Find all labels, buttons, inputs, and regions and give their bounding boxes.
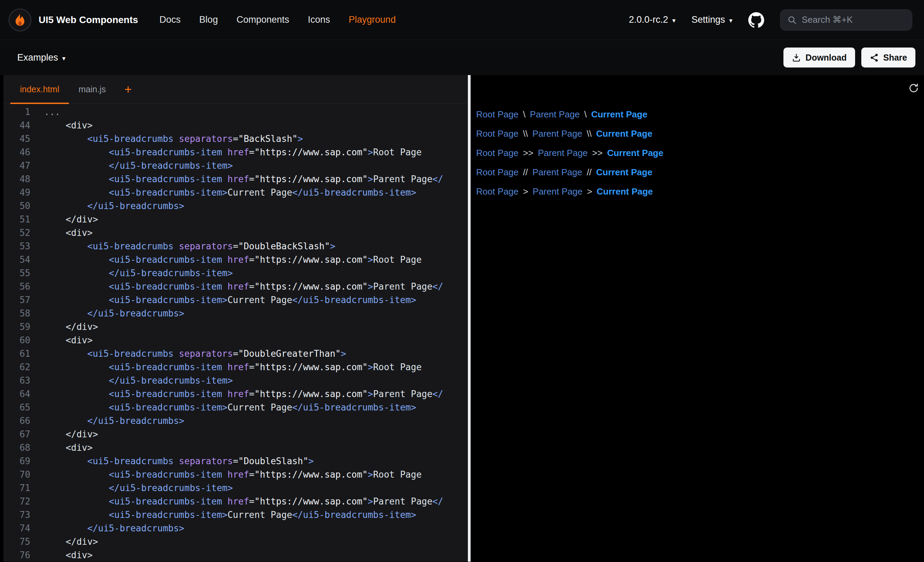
code-text: <div> (44, 226, 93, 240)
nav-item-playground[interactable]: Playground (349, 15, 396, 25)
code-text: </div> (44, 428, 98, 441)
breadcrumb-separator: // (523, 167, 528, 177)
code-text: <ui5-breadcrumbs separators="DoubleSlash… (44, 454, 314, 468)
code-line: 59 </div> (3, 320, 468, 334)
line-number: 55 (3, 267, 30, 280)
line-number: 75 (3, 535, 30, 549)
tab-index.html[interactable]: index.html (10, 75, 69, 103)
code-line: 76 <div> (3, 549, 468, 562)
code-line: 61 <ui5-breadcrumbs separators="DoubleGr… (3, 347, 468, 361)
code-text: <div> (44, 549, 93, 562)
code-line: 45 <ui5-breadcrumbs separators="BackSlas… (3, 132, 468, 146)
breadcrumb-link[interactable]: Root Page (476, 186, 519, 196)
breadcrumb-link[interactable]: Parent Page (532, 167, 582, 177)
code-text: </div> (44, 535, 98, 549)
code-line: 55 </ui5-breadcrumbs-item> (3, 267, 468, 280)
line-number: 61 (3, 347, 30, 361)
breadcrumb-link[interactable]: Parent Page (538, 148, 588, 158)
breadcrumb-separator: \\ (523, 129, 528, 139)
code-line: 46 <ui5-breadcrumbs-item href="https://w… (3, 146, 468, 159)
breadcrumb-row: Root Page\\Parent Page\\Current Page (476, 124, 924, 143)
download-label: Download (806, 53, 846, 63)
code-text: <ui5-breadcrumbs separators="BackSlash"> (44, 132, 303, 146)
code-line: 44 <div> (3, 119, 468, 132)
line-number: 66 (3, 414, 30, 428)
code-text: <ui5-breadcrumbs-item href="https://www.… (44, 172, 443, 186)
nav-item-docs[interactable]: Docs (159, 15, 181, 25)
breadcrumb-row: Root Page>Parent Page>Current Page (476, 182, 924, 201)
code-text: ... (44, 105, 60, 119)
code-text: <ui5-breadcrumbs-item href="https://www.… (44, 361, 422, 374)
breadcrumb-current: Current Page (591, 109, 647, 120)
code-text: <ui5-breadcrumbs-item>Current Page</ui5-… (44, 401, 416, 414)
github-icon[interactable] (748, 12, 764, 28)
line-number: 46 (3, 146, 30, 159)
top-navbar: UI5 Web Components DocsBlogComponentsIco… (0, 0, 924, 40)
line-number: 48 (3, 172, 30, 186)
code-line: 53 <ui5-breadcrumbs separators="DoubleBa… (3, 240, 468, 253)
tab-main.js[interactable]: main.js (69, 75, 116, 103)
breadcrumb-row: Root Page//Parent Page//Current Page (476, 163, 924, 182)
breadcrumb-link[interactable]: Parent Page (530, 109, 580, 120)
search-input[interactable]: Search ⌘+K (780, 9, 912, 31)
nav-item-components[interactable]: Components (236, 15, 289, 25)
download-button[interactable]: Download (783, 48, 855, 67)
code-line: 49 <ui5-breadcrumbs-item>Current Page</u… (3, 186, 468, 199)
settings-dropdown[interactable]: Settings ▾ (692, 15, 732, 25)
breadcrumb-separator: > (523, 186, 528, 196)
breadcrumb-link[interactable]: Parent Page (532, 186, 583, 196)
line-number: 47 (3, 159, 30, 172)
code-text: <div> (44, 119, 93, 132)
line-number: 70 (3, 468, 30, 481)
line-number: 72 (3, 495, 30, 508)
toolbar-right: Download Share (783, 48, 915, 67)
breadcrumb-separator: \\ (587, 129, 591, 139)
code-editor-panel: index.htmlmain.js+ 1...44 <div>45 <ui5-b… (3, 75, 468, 562)
code-line: 63 </ui5-breadcrumbs-item> (3, 374, 468, 387)
preview-panel: Root Page\Parent Page\Current PageRoot P… (471, 75, 924, 562)
breadcrumb-row: Root Page\Parent Page\Current Page (476, 105, 924, 124)
version-dropdown[interactable]: 2.0.0-rc.2 ▾ (629, 15, 676, 25)
breadcrumb-link[interactable]: Root Page (476, 148, 519, 158)
share-icon (870, 53, 879, 62)
code-text: </div> (44, 320, 98, 334)
code-line: 57 <ui5-breadcrumbs-item>Current Page</u… (3, 294, 468, 307)
code-line: 75 </div> (3, 535, 468, 549)
code-text: <div> (44, 441, 93, 454)
examples-dropdown[interactable]: Examples ▾ (17, 52, 66, 63)
code-line: 72 <ui5-breadcrumbs-item href="https://w… (3, 495, 468, 508)
tab-bar: index.htmlmain.js+ (3, 75, 468, 104)
examples-toolbar: Examples ▾ Download Share (0, 40, 924, 75)
panel-resize-handle[interactable] (468, 75, 471, 562)
code-line: 68 <div> (3, 441, 468, 454)
add-file-button[interactable]: + (124, 75, 132, 103)
share-button[interactable]: Share (861, 48, 915, 67)
line-number: 74 (3, 522, 30, 535)
code-text: </ui5-breadcrumbs> (44, 522, 184, 535)
nav-item-blog[interactable]: Blog (199, 15, 218, 25)
code-line: 51 </div> (3, 213, 468, 226)
settings-label: Settings (692, 15, 725, 25)
code-text: </ui5-breadcrumbs-item> (44, 267, 233, 280)
breadcrumb-link[interactable]: Root Page (476, 167, 519, 177)
line-number: 65 (3, 401, 30, 414)
chevron-down-icon: ▾ (62, 54, 66, 62)
line-number: 56 (3, 280, 30, 294)
breadcrumb-current: Current Page (597, 186, 653, 196)
refresh-icon[interactable] (908, 82, 919, 94)
breadcrumb-link[interactable]: Parent Page (532, 129, 582, 139)
breadcrumb-link[interactable]: Root Page (476, 109, 519, 120)
code-text: <ui5-breadcrumbs-item href="https://www.… (44, 468, 422, 481)
nav-item-icons[interactable]: Icons (308, 15, 330, 25)
ui5-logo-flame-icon[interactable] (8, 8, 32, 32)
line-number: 68 (3, 441, 30, 454)
code-lines[interactable]: 1...44 <div>45 <ui5-breadcrumbs separato… (3, 104, 468, 562)
download-icon (792, 53, 801, 62)
code-line: 56 <ui5-breadcrumbs-item href="https://w… (3, 280, 468, 294)
navbar-right: 2.0.0-rc.2 ▾ Settings ▾ Search ⌘+K (629, 9, 912, 31)
code-text: <ui5-breadcrumbs-item>Current Page</ui5-… (44, 186, 416, 199)
code-line: 47 </ui5-breadcrumbs-item> (3, 159, 468, 172)
code-text: <ui5-breadcrumbs-item href="https://www.… (44, 146, 422, 159)
breadcrumb-link[interactable]: Root Page (476, 129, 519, 139)
code-text: </ui5-breadcrumbs-item> (44, 374, 233, 387)
